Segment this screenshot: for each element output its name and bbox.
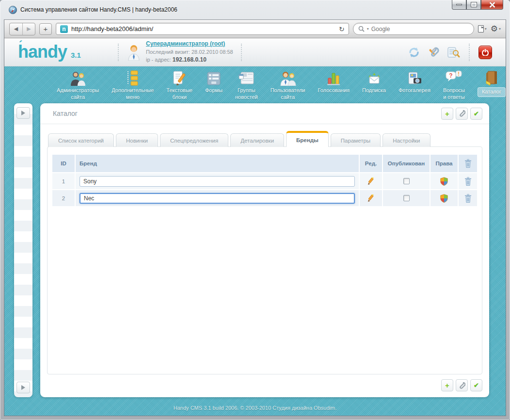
nav-item-text-blocks[interactable]: Текстовые блоки [166,69,192,101]
back-button[interactable]: ◀ [10,23,22,35]
page-menu-button[interactable]: ▾ [478,25,487,32]
brand-name-input[interactable] [80,176,355,187]
table-row: 2 [52,190,477,206]
close-button[interactable] [481,0,503,10]
address-bar[interactable]: n ↻ [56,23,349,35]
apply-button-bottom[interactable]: ✔ [470,379,482,391]
new-tab-button[interactable]: + [39,23,52,35]
nav-label: Дополнительные меню [112,87,154,101]
reload-icon[interactable]: ↻ [339,25,345,33]
col-header-brand: Бренд [76,155,359,172]
nav-label: Фотогалерея [398,87,430,94]
col-header-edit: Ред. [360,155,382,172]
ip-line: ip - адрес: 192.168.0.10 [146,56,233,64]
nav-label: Вопросы и ответы [443,87,465,101]
minimize-button[interactable] [452,0,466,10]
add-button[interactable]: + [441,108,453,120]
nav-item-extra-menus[interactable]: Дополнительные меню [112,69,154,101]
power-logout-button[interactable] [478,46,492,59]
search-input[interactable] [371,26,469,32]
nav-item-forms[interactable]: Формы [205,69,223,94]
brand-name-input-focused[interactable] [80,193,355,204]
catalog-icon [484,69,499,86]
cms-footer-text: Handy CMS 3.1 build 2006. © 2003-2010 Ст… [4,400,506,416]
tab-category-list[interactable]: Список категорий [48,133,114,147]
cms-body: Администраторы сайта Дополнительные меню [4,66,506,416]
settings-dropdown-icon: ▾ [499,27,501,31]
tab-detailing[interactable]: Деталировки [230,133,284,147]
subscription-icon [366,69,382,86]
col-header-id: ID [52,155,75,172]
edit-cell[interactable] [360,190,382,206]
published-checkbox[interactable] [403,178,410,184]
window-title: Система управления сайтом Handy.CMS | ha… [20,6,177,13]
col-header-rights: Права [430,155,458,172]
delete-cell[interactable] [459,173,477,189]
question-glyph: ? [449,72,453,79]
title-bar[interactable]: Система управления сайтом Handy.CMS | ha… [4,0,506,19]
nav-label-active: Каталог [478,87,506,97]
separator [241,44,242,61]
nav-item-questions-answers[interactable]: ? ! Вопросы и ответы [443,69,465,101]
menus-icon [125,69,141,86]
delete-cell[interactable] [459,190,477,206]
pencil-icon [367,194,375,202]
ip-value: 192.168.0.10 [173,56,207,63]
arrow-right-icon [21,111,28,115]
photo-gallery-icon [407,69,422,86]
refresh-icon[interactable] [408,46,420,59]
pencil-icon [367,178,375,185]
collapse-rail [14,103,32,397]
nav-label: Формы [205,87,223,94]
rights-cell[interactable] [430,173,458,189]
tab-brands[interactable]: Бренды [286,131,329,147]
tab-new-items[interactable]: Новинки [116,133,158,147]
wrench-icon [459,382,465,389]
magnifier-icon [358,26,365,32]
nav-label: Текстовые блоки [166,87,192,101]
browser-toolbar: ◀ ▶ + n ↻ ▾ ▾ ⚙ [4,20,506,38]
published-checkbox[interactable] [403,195,410,201]
nav-item-news-groups[interactable]: Группы новостей [235,69,258,101]
settings-button-bottom[interactable] [456,379,468,391]
settings-menu-button[interactable]: ⚙ ▾ [491,24,501,34]
rail-expand-top-button[interactable] [16,107,30,119]
exclamation-glyph: ! [458,71,460,77]
tab-special-offers[interactable]: Спецпредложения [160,133,228,147]
arrow-right-icon [21,385,28,390]
add-button-bottom[interactable]: + [441,379,453,391]
last-visit-text: Последний визит: 28.02.2010 08:58 [146,48,233,56]
nav-item-site-users[interactable]: Пользователи сайта [271,69,305,101]
url-input[interactable] [71,25,335,32]
maximize-button[interactable] [466,0,481,10]
trash-icon [464,159,472,168]
handy-logo: handy´ 3.1 [18,44,110,60]
nav-item-subscription[interactable]: Подписка [362,69,386,94]
tab-parameters[interactable]: Параметры [331,133,381,147]
forward-button[interactable]: ▶ [22,23,35,35]
row-id: 1 [52,173,75,189]
rights-cell[interactable] [430,190,458,206]
rail-expand-bottom-button[interactable] [16,382,30,393]
power-icon [482,49,489,56]
user-block: Суперадминистратор (root) Последний визи… [127,40,233,65]
nav-label: Пользователи сайта [271,87,305,101]
edit-cell[interactable] [360,173,382,189]
search-bar[interactable]: ▾ [353,23,474,35]
nav-item-catalog[interactable]: Каталог [478,69,506,97]
browser-window: Система управления сайтом Handy.CMS | ha… [0,0,510,420]
superadmin-link[interactable]: Суперадминистратор (root) [146,40,225,47]
tools-icon[interactable] [427,46,440,59]
apply-button[interactable]: ✔ [470,108,482,120]
logo-version: 3.1 [71,51,81,59]
tab-settings[interactable]: Настройки [382,133,430,147]
search-dropdown-icon[interactable]: ▾ [367,27,369,31]
table-header-row: ID Бренд Ред. Опубликован Права [52,155,477,172]
user-avatar-icon [127,44,141,61]
search-preview-icon[interactable] [446,46,460,59]
minimize-icon [456,4,462,5]
nav-item-photo-gallery[interactable]: Фотогалерея [398,69,430,94]
settings-button[interactable] [456,108,468,120]
nav-item-polls[interactable]: Голосования [318,69,350,94]
nav-item-site-admins[interactable]: Администраторы сайта [57,69,99,101]
